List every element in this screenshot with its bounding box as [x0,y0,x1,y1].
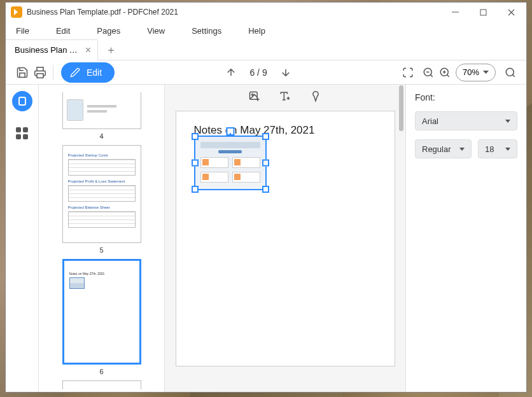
thumbnail-embedded-image [69,277,85,289]
font-family-select[interactable]: Arial [415,111,517,130]
svg-rect-1 [480,10,486,15]
menu-view[interactable]: View [147,26,165,36]
page-scrollbar[interactable] [399,85,403,131]
window-title: Business Plan Template.pdf - PDFChef 202… [27,8,441,17]
titlebar: Business Plan Template.pdf - PDFChef 202… [6,3,526,22]
selected-image-object[interactable] [194,136,267,190]
grid-view-button[interactable] [12,123,32,143]
page-heading: Notes on May 27th, 2021 [194,124,377,137]
thumbnail-7[interactable] [62,380,141,389]
maximize-button[interactable] [469,3,497,22]
page-indicator[interactable]: 6 / 9 [249,67,267,78]
svg-point-5 [506,68,514,76]
thumbnail-5[interactable]: Projected Startup Costs Projected Profit… [62,145,141,243]
search-icon[interactable] [505,67,516,78]
minimize-button[interactable] [441,3,469,22]
tab-label: Business Plan T... [15,45,80,55]
toolbar: Edit 6 / 9 70% [6,60,526,85]
menu-edit[interactable]: Edit [56,26,70,36]
add-tab-button[interactable]: ＋ [102,41,119,58]
insert-image-icon[interactable] [248,90,261,103]
thumb-num-4: 4 [99,132,103,140]
zoom-out-icon[interactable] [423,67,434,78]
save-icon[interactable] [16,66,29,79]
document-tab[interactable]: Business Plan T... × [6,39,98,60]
properties-panel: Font: Arial Regular 18 [405,85,526,392]
thumbnails-panel[interactable]: 4 Projected Startup Costs Projected Prof… [39,85,165,392]
resize-handle-br[interactable] [262,186,269,193]
document-page[interactable]: Notes on May 27th, 2021 [176,111,395,366]
resize-handle-tl[interactable] [192,133,199,140]
fullscreen-icon[interactable] [402,67,414,78]
svg-rect-2 [37,73,43,78]
resize-handle-mr[interactable] [262,159,269,166]
close-button[interactable] [497,3,525,22]
edit-button[interactable]: Edit [61,62,115,83]
menubar: File Edit Pages View Settings Help [6,22,526,39]
thumbnail-6[interactable]: Notes on May 27th, 2021 [62,259,141,365]
app-window: Business Plan Template.pdf - PDFChef 202… [5,2,527,393]
zoom-select[interactable]: 70% [456,64,496,81]
thumb-num-6: 6 [99,368,103,375]
print-icon[interactable] [34,66,46,79]
thumbnail-4[interactable] [62,92,141,129]
edit-object-toolbar [165,85,405,109]
font-size-select[interactable]: 18 [478,139,517,158]
prev-page-icon[interactable] [225,67,237,78]
menu-file[interactable]: File [16,26,29,36]
menu-pages[interactable]: Pages [97,26,120,36]
resize-handle-ml[interactable] [192,159,199,166]
left-sidebar [6,85,39,392]
body: 4 Projected Startup Costs Projected Prof… [6,85,526,392]
pencil-icon [70,67,80,78]
resize-handle-tr[interactable] [262,133,269,140]
resize-handle-bl[interactable] [192,186,199,193]
menu-settings[interactable]: Settings [192,26,221,36]
tab-close-icon[interactable]: × [85,45,91,56]
thumb-num-5: 5 [99,246,103,254]
thumbnails-view-button[interactable] [12,91,32,111]
app-logo-icon [11,6,22,18]
pager: 6 / 9 [225,67,291,78]
insert-text-icon[interactable] [279,90,291,103]
avatar-icon [67,99,83,121]
font-weight-select[interactable]: Regular [415,139,472,158]
zoom-in-icon[interactable] [439,67,451,78]
page-view[interactable]: Notes on May 27th, 2021 [165,85,405,392]
menu-help[interactable]: Help [248,26,265,36]
highlight-icon[interactable] [309,90,322,103]
next-page-icon[interactable] [280,67,291,78]
tabbar: Business Plan T... × ＋ [6,39,526,60]
font-label: Font: [415,92,517,102]
svg-point-7 [251,94,253,96]
